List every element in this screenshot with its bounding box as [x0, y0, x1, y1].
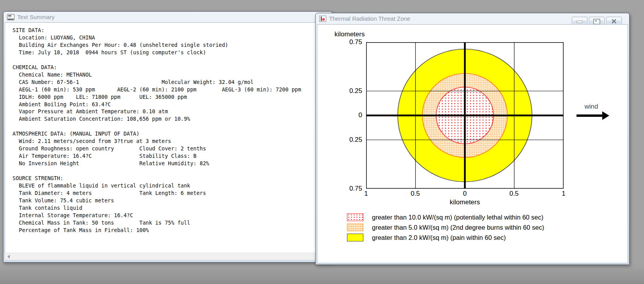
plot-gridlines: [366, 42, 564, 189]
scroll-left-icon[interactable]: [7, 255, 10, 259]
minimize-icon: [576, 21, 583, 23]
y-tick-label: 0.25: [339, 136, 362, 144]
threat-zone-title: Thermal Radiation Threat Zone: [329, 15, 410, 22]
y-axis-unit-label: kilometers: [334, 30, 365, 38]
wind-label: wind: [580, 103, 602, 111]
summary-text: SITE DATA: Location: LUOYANG, CHINA Buil…: [5, 23, 331, 234]
maximize-icon: [593, 19, 600, 25]
x-tick-label: 0.5: [407, 190, 424, 198]
wind-arrow: [576, 114, 602, 117]
x-tick-label: 0.5: [505, 190, 523, 198]
legend-swatch-orange-dots: [347, 223, 363, 231]
legend-swatch-red-dots: [347, 213, 363, 221]
text-summary-content: SITE DATA: Location: LUOYANG, CHINA Buil…: [5, 22, 331, 253]
legend-swatch-yellow-solid: [347, 234, 363, 241]
text-summary-window: Text Summary SITE DATA: Location: LUOYAN…: [3, 11, 333, 263]
text-summary-titlebar[interactable]: Text Summary: [4, 12, 332, 22]
wind-arrow-head-icon: [602, 111, 609, 120]
x-tick-label: 1: [555, 190, 572, 198]
desktop: Text Summary SITE DATA: Location: LUOYAN…: [0, 0, 644, 284]
y-tick-label: 0.25: [339, 87, 362, 95]
threat-zone-plot: [366, 42, 564, 189]
legend-item: greater than 2.0 kW/(sq m) (pain within …: [347, 233, 506, 242]
x-axis-unit-label: kilometers: [445, 198, 484, 206]
x-tick-label: 0: [456, 190, 473, 198]
horizontal-scrollbar[interactable]: [5, 253, 331, 260]
text-summary-title: Text Summary: [17, 14, 55, 20]
y-tick-label: 0: [339, 111, 362, 119]
threat-zone-icon: [319, 16, 326, 22]
text-document-icon: [7, 14, 14, 20]
legend-label: greater than 2.0 kW/(sq m) (pain within …: [372, 234, 506, 241]
close-icon: [611, 19, 617, 23]
legend-item: greater than 10.0 kW/(sq m) (potentially…: [347, 213, 543, 221]
x-tick-label: 1: [358, 190, 375, 198]
legend-item: greater than 5.0 kW/(sq m) (2nd degree b…: [347, 223, 544, 232]
y-tick-label: 0.75: [339, 38, 362, 46]
threat-zone-window: Thermal Radiation Threat Zone kilometers…: [315, 13, 630, 265]
legend-label: greater than 5.0 kW/(sq m) (2nd degree b…: [372, 224, 544, 231]
legend-label: greater than 10.0 kW/(sq m) (potentially…: [372, 214, 543, 221]
